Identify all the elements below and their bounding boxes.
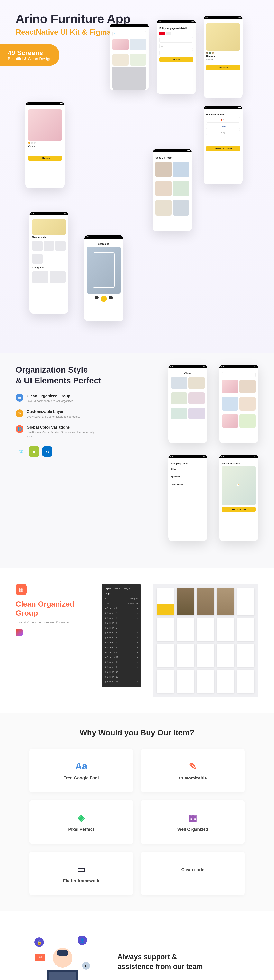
react-icon: ⚛ [16,447,26,457]
figma-screen-row: ◈ Screen - 7› [105,635,138,640]
figma-screen-row: ◈ Screen - 4› [105,620,138,625]
screens-badge: 49 Screens Beautiful & Clean Design [0,44,59,66]
mockup-search-grid: 9:41●●● 🔍 [109,24,149,90]
mockup-chairs-grid: 9:41●●● Chairs [168,364,207,443]
svg-text:✉: ✉ [38,955,42,959]
card-icon: Aa [37,760,125,772]
layers-badge-icon: ▦ [16,584,27,595]
feature-card: AaFree Google Font [29,749,133,792]
search-input-mock: 🔍 [112,31,146,36]
figma-screen-row: ◈ Screen - 3› [105,616,138,620]
svg-rect-9 [49,972,76,980]
mockup-shipping: 9:41●●● Shipping Detail Office —————— Ap… [168,455,207,541]
feature-card: ✎Customizable [141,749,245,792]
card-icon: ▭ [37,863,125,874]
mockup-searching: 9:41●●● Searching [84,235,123,321]
feature-clean-group: ▦ Clean Organized Group Layer & componen… [16,394,98,403]
mockup-location: 9:41●●● Location access Find my location [219,455,258,541]
figma-section: ▦ Clean Organized Group Layer & Componen… [0,568,274,713]
features-section: Organization Style & UI Elements Perfect… [0,353,274,568]
why-buy-section: Why Would you Buy Our Item? AaFree Googl… [0,713,274,911]
feature-card: ◈Pixel Perfect [29,800,133,844]
card-label: Customizable [149,776,237,781]
card-label: Free Google Font [37,775,125,781]
hero-section: Arino Furniture App ReactNative UI Kit &… [0,0,274,353]
figma-icon [16,629,23,636]
figma-screen-row: ◈ Screen - 16› [105,679,138,684]
mockup-payment-method: 9:41●●● Payment method 🍎 Pay PayPal ● Pa… [204,106,243,184]
mockup-edit-payment: 9:41●●● Edit your payment detail — — — A… [157,20,196,94]
figma-screen-row: ◈ Screen - 11› [105,655,138,660]
card-icon: ✎ [149,760,237,772]
feature-card: ▭Flutter framework [29,852,133,895]
card-label: Clean code [149,867,237,872]
svg-text:👤: 👤 [80,938,85,943]
mockup-chairs-alt: 9:41●●● — [219,364,258,443]
figma-screen-row: ◈ Screen - 5› [105,625,138,630]
support-illustration: 🔒 👤 ✉ ⚙ [24,931,102,980]
figma-screen-row: ◈ Screen - 10› [105,650,138,655]
badge-title: 49 Screens [8,49,51,57]
figma-screen-row: ◈ Screen - 6› [105,630,138,635]
s3-desc: Layer & Component are well Organized [16,621,90,624]
figma-screen-row: ◈ Screen - 13› [105,665,138,670]
pen-icon: ✎ [16,409,24,417]
globe-icon: 🌐 [16,425,24,433]
card-icon: ▦ [149,812,237,823]
figma-screen-row: ◈ Screen - 9› [105,645,138,650]
card-icon: ◈ [37,812,125,823]
feature-card: ▦Well Organized [141,800,245,844]
figma-screen-row: ◈ Screen - 12› [105,660,138,665]
badge-subtitle: Beautiful & Clean Design [8,57,51,61]
s4-title: Why Would you Buy Our Item? [16,728,258,737]
keyboard-mock [112,67,146,90]
card-label: Pixel Perfect [37,827,125,832]
figma-screen-row: ◈ Screen - 15› [105,675,138,679]
support-section: 🔒 👤 ✉ ⚙ Always support & assistence from… [0,911,274,980]
feature-customizable: ✎ Customizable Layer Every Layer are Cus… [16,409,98,419]
figma-screen-row: ◈ Screen - 8› [105,640,138,645]
svg-text:⚙: ⚙ [84,964,88,968]
appstore-icon: A [42,447,52,457]
mockup-shop-room: 9:41●●● Shop By Room [153,149,192,231]
mockup-product: 9:41●●● Crosial ★★★★★ ———————— Add to ca… [25,102,65,188]
figma-layers-panel: Layers Assets Designs Pages+ ▸ Designs ◈… [102,584,141,687]
support-text: Always support & assistence from our tea… [117,952,203,972]
svg-text:🔒: 🔒 [37,940,42,945]
mockup-divanor: 9:41●●● Divanor ★★★★★ ————— Add to cart [204,16,243,98]
layers-icon: ▦ [16,394,24,402]
figma-canvas [153,584,258,697]
feature-color: 🌐 Global Color Variations Use Popular Co… [16,425,98,439]
svg-rect-7 [57,950,68,956]
feature-card: Clean code [141,852,245,895]
card-label: Flutter framework [37,878,125,883]
android-icon: ▲ [29,447,39,457]
mockup-home: 9:41●●● New arrivals Categories [29,212,68,313]
s3-title: Clean Organized Group [16,600,90,617]
figma-screen-row: ◈ Screen - 14› [105,670,138,675]
figma-screen-row: ◈ Screen - 2› [105,611,138,616]
card-label: Well Organized [149,827,237,832]
figma-screen-row: ◈ Screen - 1› [105,606,138,611]
